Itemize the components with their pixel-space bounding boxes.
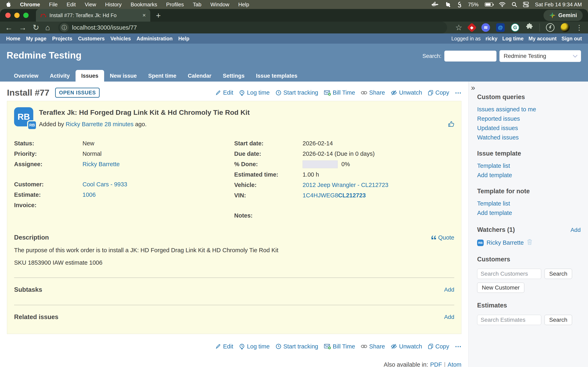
edit-link[interactable]: Edit bbox=[215, 343, 233, 350]
tab-new-issue[interactable]: New issue bbox=[104, 70, 143, 82]
extensions-puzzle-icon[interactable] bbox=[526, 23, 533, 32]
search-customers-input[interactable] bbox=[477, 269, 541, 279]
reload-button[interactable]: ↻ bbox=[33, 24, 39, 31]
tab-close-icon[interactable]: × bbox=[143, 12, 146, 18]
sidebar-reported-issues[interactable]: Reported issues bbox=[477, 115, 581, 122]
control-center-icon[interactable] bbox=[523, 2, 529, 7]
back-button[interactable]: ← bbox=[5, 24, 13, 31]
menubar-item-bookmarks[interactable]: Bookmarks bbox=[131, 1, 157, 8]
note-add-template-link[interactable]: Add template bbox=[477, 210, 581, 216]
apple-icon[interactable] bbox=[6, 2, 11, 7]
browser-tab[interactable]: Install #77: Teraflex Jk: Hd Fo × bbox=[36, 9, 150, 22]
edit-link[interactable]: Edit bbox=[215, 89, 233, 96]
spotlight-search-icon[interactable] bbox=[512, 2, 517, 7]
menubar-item-profiles[interactable]: Profiles bbox=[166, 1, 184, 8]
more-actions-icon[interactable]: ⋯ bbox=[455, 89, 461, 97]
tab-issue-templates[interactable]: Issue templates bbox=[250, 70, 303, 82]
assignee-link[interactable]: Ricky Barrette bbox=[82, 161, 120, 167]
minimize-window-button[interactable] bbox=[14, 13, 20, 18]
watcher-user-link[interactable]: Ricky Barrette bbox=[486, 239, 524, 246]
home-button[interactable]: ⌂ bbox=[45, 24, 50, 31]
wifi-icon[interactable] bbox=[499, 2, 506, 7]
vehicle-link[interactable]: 2012 Jeep Wrangler - CL212723 bbox=[303, 182, 388, 188]
delete-watcher-icon[interactable] bbox=[527, 239, 533, 247]
bookmark-star-icon[interactable]: ☆ bbox=[455, 24, 462, 31]
logged-in-user-link[interactable]: ricky bbox=[485, 36, 497, 42]
copy-link[interactable]: Copy bbox=[428, 89, 449, 96]
unwatch-link[interactable]: Unwatch bbox=[390, 89, 422, 96]
topmenu-customers[interactable]: Customers bbox=[78, 36, 105, 42]
open-issues-badge[interactable]: OPEN ISSUES bbox=[55, 88, 100, 98]
docker-icon[interactable] bbox=[432, 2, 439, 7]
template-list-link[interactable]: Template list bbox=[477, 162, 581, 169]
zoom-window-button[interactable] bbox=[23, 13, 29, 18]
extension-icon-2[interactable]: ≋ bbox=[481, 23, 490, 32]
project-jump-select[interactable]: Redmine Testing bbox=[499, 50, 581, 62]
added-time-link[interactable]: 28 minutes bbox=[104, 121, 134, 127]
menubar-app-name[interactable]: Chrome bbox=[20, 1, 40, 8]
search-customers-button[interactable]: Search bbox=[545, 269, 572, 279]
add-subtask-link[interactable]: Add bbox=[444, 286, 454, 293]
battery-icon[interactable] bbox=[485, 2, 493, 7]
search-input[interactable] bbox=[444, 50, 497, 62]
thumbs-up-icon[interactable] bbox=[448, 121, 455, 128]
log-time-link[interactable]: Log time bbox=[239, 89, 269, 96]
rabbit-icon[interactable] bbox=[445, 2, 451, 7]
grammarly-icon[interactable]: G bbox=[511, 23, 519, 32]
tab-spent-time[interactable]: Spent time bbox=[143, 70, 182, 82]
topmenu-help[interactable]: Help bbox=[178, 36, 189, 42]
customer-link[interactable]: Cool Cars - 9933 bbox=[82, 181, 127, 188]
sidebar-issues-assigned[interactable]: Issues assigned to me bbox=[477, 106, 581, 113]
vin-link[interactable]: 1C4HJWEG8CL212723 bbox=[303, 192, 366, 199]
tab-overview[interactable]: Overview bbox=[8, 70, 44, 82]
topmenu-administration[interactable]: Administration bbox=[137, 36, 173, 42]
tab-issues[interactable]: Issues bbox=[76, 70, 104, 82]
close-window-button[interactable] bbox=[5, 13, 11, 18]
address-bar[interactable]: ⓘ localhost:3000/issues/77 bbox=[58, 22, 447, 33]
new-customer-button[interactable]: New Customer bbox=[477, 283, 524, 293]
menubar-item-edit[interactable]: Edit bbox=[67, 1, 76, 8]
search-estimates-input[interactable] bbox=[477, 315, 541, 325]
topmenu-vehicles[interactable]: Vehicles bbox=[111, 36, 131, 42]
quote-link[interactable]: Quote bbox=[431, 234, 454, 241]
estimate-link[interactable]: 1006 bbox=[82, 192, 96, 198]
bill-time-link[interactable]: Bill Time bbox=[324, 89, 355, 96]
topmenu-my-page[interactable]: My page bbox=[26, 36, 46, 42]
forward-button[interactable]: → bbox=[19, 24, 26, 31]
tab-settings[interactable]: Settings bbox=[217, 70, 250, 82]
unwatch-link[interactable]: Unwatch bbox=[390, 343, 422, 350]
menubar-item-history[interactable]: History bbox=[105, 1, 122, 8]
profile-avatar[interactable] bbox=[561, 23, 570, 32]
add-related-issue-link[interactable]: Add bbox=[444, 314, 454, 320]
extension-icon-3[interactable]: @ bbox=[496, 23, 505, 32]
start-tracking-link[interactable]: Start tracking bbox=[276, 343, 318, 350]
topmenu-my-account[interactable]: My account bbox=[528, 36, 557, 42]
share-link[interactable]: Share bbox=[361, 343, 385, 350]
menubar-item-help[interactable]: Help bbox=[238, 1, 249, 8]
topmenu-projects[interactable]: Projects bbox=[52, 36, 72, 42]
log-time-link[interactable]: Log time bbox=[239, 343, 269, 350]
pdf-link[interactable]: PDF bbox=[430, 361, 442, 367]
add-template-link[interactable]: Add template bbox=[477, 172, 581, 179]
topmenu-log-time[interactable]: Log time bbox=[502, 36, 523, 42]
author-link[interactable]: Ricky Barrette bbox=[66, 121, 103, 127]
topmenu-home[interactable]: Home bbox=[6, 36, 20, 42]
tab-calendar[interactable]: Calendar bbox=[182, 70, 217, 82]
gemini-button[interactable]: Gemini bbox=[544, 10, 583, 21]
atom-link[interactable]: Atom bbox=[448, 361, 461, 367]
menubar-clock[interactable]: Sat Feb 14 9:34 AM bbox=[535, 1, 582, 8]
extension-icon-1[interactable]: ◆ bbox=[467, 23, 477, 33]
topmenu-sign-out[interactable]: Sign out bbox=[562, 36, 582, 42]
note-template-list-link[interactable]: Template list bbox=[477, 200, 581, 207]
new-tab-button[interactable]: + bbox=[156, 11, 161, 20]
menubar-item-tab[interactable]: Tab bbox=[193, 1, 201, 8]
sidebar-updated-issues[interactable]: Updated issues bbox=[477, 125, 581, 132]
tab-activity[interactable]: Activity bbox=[44, 70, 76, 82]
performance-icon[interactable] bbox=[546, 23, 554, 32]
add-watcher-link[interactable]: Add bbox=[571, 227, 581, 233]
bill-time-link[interactable]: Bill Time bbox=[324, 343, 355, 350]
menubar-item-window[interactable]: Window bbox=[210, 1, 229, 8]
menubar-item-view[interactable]: View bbox=[85, 1, 96, 8]
more-actions-icon[interactable]: ⋯ bbox=[455, 342, 461, 350]
sidebar-collapse-icon[interactable]: » bbox=[471, 83, 475, 92]
